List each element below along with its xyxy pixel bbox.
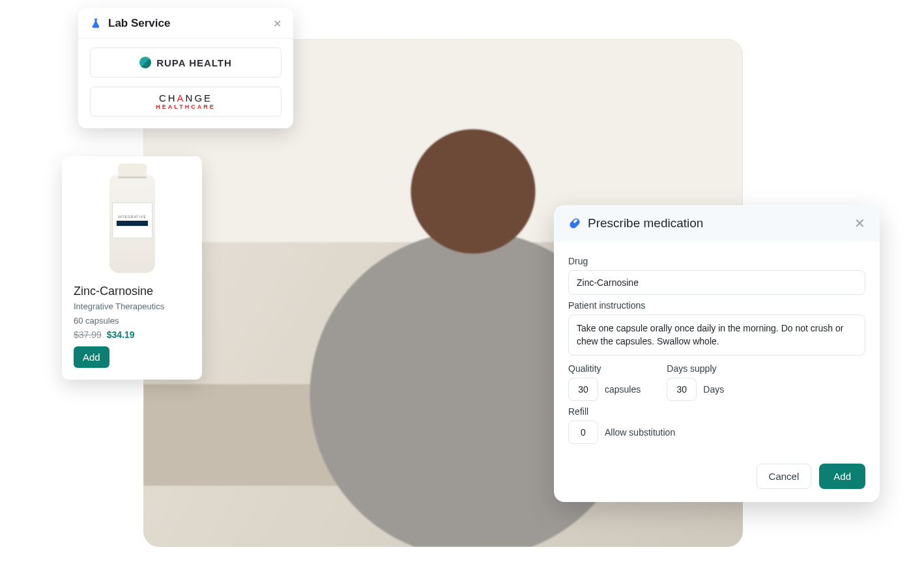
- instructions-label: Patient instructions: [568, 300, 865, 311]
- bottle-label: INTEGRATIVE: [112, 202, 152, 238]
- cancel-button[interactable]: Cancel: [757, 464, 812, 489]
- close-icon[interactable]: ✕: [273, 18, 282, 30]
- rupa-health-logo: RUPA HEALTH: [139, 57, 232, 68]
- change-logo-line1: CHANGE: [159, 93, 212, 103]
- lab-option-rupa[interactable]: RUPA HEALTH: [90, 48, 282, 77]
- lab-option-change[interactable]: CHANGE HEALTHCARE: [90, 87, 282, 117]
- price-new: $34.19: [107, 329, 135, 340]
- refill-label: Refill: [568, 406, 865, 417]
- days-supply-input[interactable]: [667, 378, 697, 401]
- lab-service-title: Lab Service: [108, 17, 170, 30]
- prescribe-footer: Cancel Add: [554, 453, 880, 502]
- refill-input[interactable]: [568, 421, 598, 444]
- drug-input[interactable]: [568, 270, 865, 295]
- pill-icon: [568, 217, 581, 230]
- change-logo-line2: HEALTHCARE: [156, 104, 215, 110]
- change-healthcare-logo: CHANGE HEALTHCARE: [156, 93, 215, 110]
- lab-service-popover: Lab Service ✕ RUPA HEALTH CHANGE HEALTHC…: [78, 8, 293, 128]
- days-supply-unit: Days: [703, 384, 724, 395]
- rupa-logo-icon: [139, 57, 151, 68]
- add-product-button[interactable]: Add: [74, 346, 109, 368]
- product-price: $37.99 $34.19: [74, 329, 190, 340]
- prescribe-medication-modal: Prescribe medication ✕ Drug Patient inst…: [554, 205, 880, 502]
- price-old: $37.99: [74, 329, 102, 340]
- product-brand: Integrative Therapeutics: [74, 301, 190, 313]
- quantity-input[interactable]: [568, 378, 598, 401]
- instructions-input[interactable]: Take one capsule orally once daily in th…: [568, 314, 865, 356]
- lab-service-header: Lab Service ✕: [78, 8, 293, 38]
- prescribe-title: Prescribe medication: [588, 216, 703, 230]
- quantity-label: Qualitity: [568, 363, 641, 374]
- add-button[interactable]: Add: [819, 464, 865, 489]
- product-pack: 60 capsules: [74, 315, 190, 327]
- product-card: INTEGRATIVE Zinc-Carnosine Integrative T…: [62, 156, 202, 380]
- product-name: Zinc-Carnosine: [74, 285, 190, 298]
- rupa-logo-text: RUPA HEALTH: [156, 57, 232, 68]
- quantity-unit: capsules: [605, 384, 641, 395]
- substitution-label: Allow substitution: [605, 427, 675, 438]
- days-supply-label: Days supply: [667, 363, 724, 374]
- drug-label: Drug: [568, 256, 865, 266]
- product-image: INTEGRATIVE: [74, 167, 190, 281]
- flask-icon: [90, 18, 102, 29]
- bottle-graphic: INTEGRATIVE: [109, 175, 155, 273]
- close-icon[interactable]: ✕: [854, 216, 865, 231]
- prescribe-header: Prescribe medication ✕: [554, 205, 880, 242]
